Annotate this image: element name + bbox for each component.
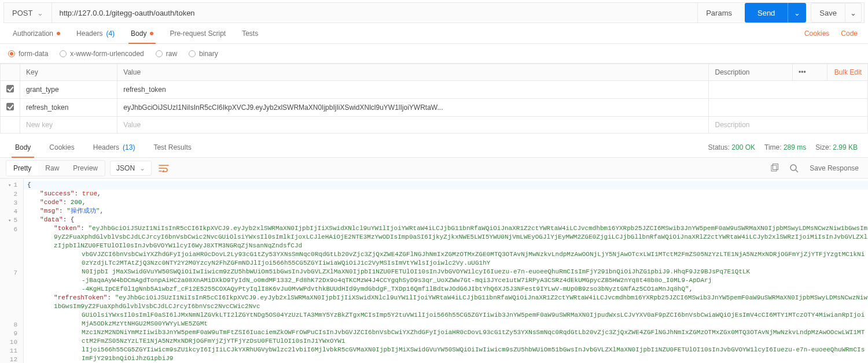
col-value: Value <box>117 64 709 81</box>
search-button[interactable] <box>786 161 801 176</box>
size-meta: Size: 2.99 KB <box>811 143 862 151</box>
radio-icon <box>156 50 163 57</box>
radio-raw[interactable]: raw <box>156 50 177 58</box>
code-line: lIjoi566h55CG5ZGYIiwicm9sZU1kcyI6IjIiLCJ… <box>24 346 868 363</box>
save-response-button[interactable]: Save Response <box>806 164 862 172</box>
time-value: 289 ms <box>784 143 806 151</box>
code-line: "data": { <box>24 216 868 224</box>
col-description: Description <box>709 64 793 81</box>
form-data-table: Key Value Description ••• Bulk Edit gran… <box>0 64 868 134</box>
svg-rect-0 <box>771 165 777 171</box>
request-bar: POST ⌄ http://127.0.0.1/gitegg-oauth/oau… <box>3 2 865 23</box>
checkbox-header <box>1 64 20 81</box>
size-value: 2.99 KB <box>833 143 858 151</box>
send-dropdown-button[interactable]: ⌄ <box>788 3 806 23</box>
body-type-radios: form-data x-www-form-urlencoded raw bina… <box>0 44 868 64</box>
cookies-link[interactable]: Cookies <box>799 29 835 38</box>
code-line: "code": 200, <box>24 198 868 207</box>
code-line: -jBaqaAyW4bDCmAgdTonpAiHC2a08XnAMiDXkD9T… <box>24 276 868 285</box>
cell-key-placeholder[interactable]: New key <box>20 117 117 134</box>
copy-icon <box>770 164 779 173</box>
code-line: GUiOlsiYWxsIl0sImlF0aSI6lJMxNmNlZGVkLTI2… <box>24 311 868 328</box>
svg-point-2 <box>790 165 796 171</box>
code-line: "refreshToken": "eyJhbGciOiJSUzI1NiIsInR… <box>24 294 868 311</box>
url-input[interactable]: http://127.0.0.1/gitegg-oauth/oauth/toke… <box>52 3 697 23</box>
checkbox-checked-icon <box>6 85 14 92</box>
row-checkbox[interactable] <box>1 81 20 99</box>
svg-line-3 <box>796 170 798 172</box>
radio-icon <box>189 50 196 57</box>
cell-key[interactable]: refresh_token <box>20 99 117 117</box>
wrap-lines-button[interactable] <box>156 161 171 176</box>
dot-indicator-icon <box>150 32 153 35</box>
wrap-icon <box>159 164 169 172</box>
code-line: -4KgHLIpCEf0l1gNnb5A1wbzf_cF12E5255COXAQ… <box>24 285 868 294</box>
view-mode-pretty[interactable]: Pretty <box>6 161 38 176</box>
radio-x-www-form-urlencoded[interactable]: x-www-form-urlencoded <box>60 50 144 58</box>
request-actions: Params Send ⌄ Save ⌄ <box>697 3 864 23</box>
tab-response-cookies[interactable]: Cookies <box>40 137 83 157</box>
http-method-label: POST <box>12 9 32 17</box>
http-method-selector[interactable]: POST ⌄ <box>4 3 52 23</box>
copy-button[interactable] <box>767 161 782 176</box>
code-link[interactable]: Code <box>835 29 863 38</box>
tab-body[interactable]: Body <box>123 23 161 43</box>
table-row: refresh_token eyJhbGciOiJSUzI1NiIsInR5cC… <box>1 99 868 117</box>
time-meta: Time: 289 ms <box>760 143 811 151</box>
row-checkbox-empty <box>1 117 20 134</box>
table-row: grant_type refresh_token <box>1 81 868 99</box>
row-checkbox[interactable] <box>1 99 20 117</box>
request-tabs: Authorization Headers (4) Body Pre-reque… <box>0 23 868 44</box>
search-icon <box>789 164 799 173</box>
cell-description-placeholder[interactable]: Description <box>709 117 868 134</box>
bulk-edit-link[interactable]: Bulk Edit <box>834 68 862 76</box>
radio-icon <box>60 50 67 57</box>
send-button[interactable]: Send <box>745 3 788 23</box>
tab-response-headers[interactable]: Headers (13) <box>84 137 145 157</box>
save-dropdown-button[interactable]: ⌄ <box>845 3 862 23</box>
view-mode-segment: Pretty Raw Preview <box>6 160 105 176</box>
chevron-down-icon: ⌄ <box>850 9 856 17</box>
dot-indicator-icon <box>57 32 60 35</box>
line-number-gutter: 1 2 3 4 5 6 7 8 9 10 11 12 13 14 <box>0 179 24 363</box>
radio-binary[interactable]: binary <box>189 50 218 58</box>
language-selector[interactable]: JSON ⌄ <box>110 161 152 176</box>
cell-value[interactable]: eyJhbGciOiJSUzI1NiIsInR5cCI6IkpXVCJ9.eyJ… <box>117 99 709 117</box>
cell-key[interactable]: grant_type <box>20 81 117 99</box>
tab-authorization[interactable]: Authorization <box>5 23 68 43</box>
row-tools-header[interactable]: ••• <box>793 64 827 81</box>
save-button[interactable]: Save <box>811 3 845 23</box>
chevron-down-icon: ⌄ <box>139 164 145 172</box>
params-button[interactable]: Params <box>697 3 740 23</box>
tab-prerequest[interactable]: Pre-request Script <box>161 23 234 43</box>
table-row-new: New key Value Description <box>1 117 868 134</box>
cell-value-placeholder[interactable]: Value <box>117 117 709 134</box>
cell-description[interactable] <box>709 81 868 99</box>
chevron-down-icon: ⌄ <box>794 9 800 17</box>
response-toolbar: Pretty Raw Preview JSON ⌄ Save Response <box>0 158 868 179</box>
tab-response-tests[interactable]: Test Results <box>144 137 200 157</box>
code-line: "msg": "操作成功", <box>24 207 868 216</box>
tab-response-body[interactable]: Body <box>6 137 40 157</box>
cell-description[interactable] <box>709 99 868 117</box>
col-key: Key <box>20 64 117 81</box>
code-line: { <box>24 181 868 190</box>
code-line: "token": "eyJhbGciOiJSUzI1NiIsInR5cCI6Ik… <box>24 224 868 250</box>
status-value: 200 OK <box>731 143 755 151</box>
code-line: "success": true, <box>24 190 868 198</box>
checkbox-checked-icon <box>6 103 14 110</box>
view-mode-raw[interactable]: Raw <box>38 161 66 176</box>
radio-form-data[interactable]: form-data <box>8 50 48 58</box>
view-mode-preview[interactable]: Preview <box>66 161 105 176</box>
url-value: http://127.0.0.1/gitegg-oauth/oauth/toke… <box>59 9 194 17</box>
code-line: N0IjpbI jMaXSwidGVuYW50SWQiOiIwIiwicm9zZ… <box>24 268 868 276</box>
status-meta: Status: 200 OK <box>704 143 760 151</box>
cell-value[interactable]: refresh_token <box>117 81 709 99</box>
chevron-down-icon: ⌄ <box>37 9 43 17</box>
response-body-viewer[interactable]: 1 2 3 4 5 6 7 8 9 10 11 12 13 14 { "succ… <box>0 179 868 363</box>
svg-rect-1 <box>773 164 778 169</box>
tab-headers[interactable]: Headers (4) <box>68 23 123 43</box>
code-content: { "success": true, "code": 200, "msg": "… <box>24 179 868 363</box>
tab-tests[interactable]: Tests <box>234 23 266 43</box>
bulk-edit-header: Bulk Edit <box>827 64 868 81</box>
